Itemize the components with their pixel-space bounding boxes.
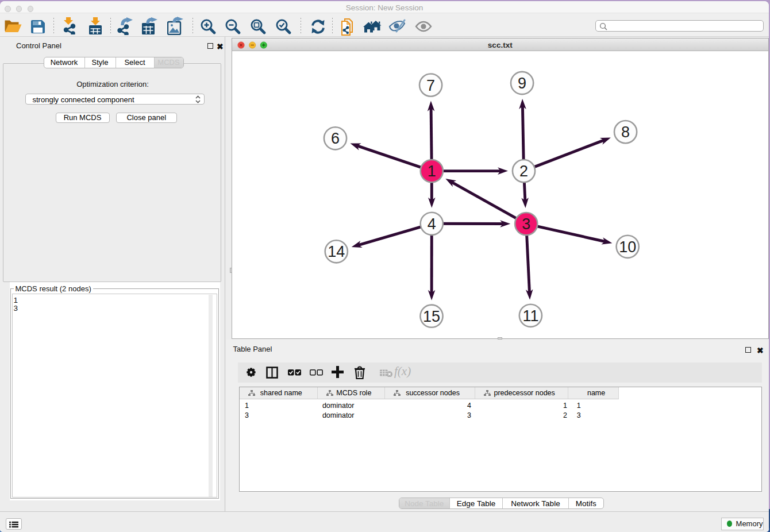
svg-text:9: 9 <box>518 75 526 92</box>
svg-text:1: 1 <box>427 163 436 180</box>
svg-text:2: 2 <box>519 163 528 180</box>
svg-text:4: 4 <box>427 215 436 233</box>
svg-text:15: 15 <box>422 308 440 325</box>
svg-text:10: 10 <box>619 238 636 256</box>
svg-text:8: 8 <box>621 124 630 141</box>
svg-text:7: 7 <box>426 77 435 94</box>
svg-text:3: 3 <box>522 215 530 233</box>
svg-text:11: 11 <box>522 307 538 325</box>
svg-text:14: 14 <box>328 243 345 260</box>
svg-text:6: 6 <box>330 130 339 147</box>
